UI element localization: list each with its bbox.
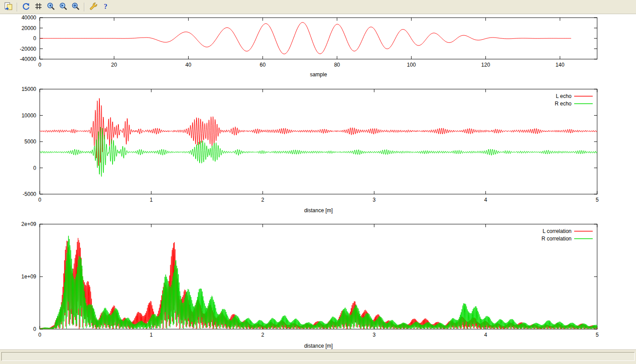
copy-to-clipboard-button[interactable]	[3, 1, 14, 13]
replot-icon	[22, 2, 30, 12]
statusbar-field	[1, 352, 635, 361]
x-tick-label: 140	[556, 62, 564, 68]
help-icon: ?	[101, 2, 110, 12]
legend-label: R correlation	[541, 236, 572, 242]
toolbar: ?	[0, 0, 636, 14]
toolbar-separator	[84, 3, 85, 11]
x-axis-label: sample	[310, 71, 327, 78]
plot-border	[40, 224, 597, 329]
gnuplot-window: ? 020406080100120140-40000-2000002000040…	[0, 0, 636, 364]
x-tick-label: 60	[260, 62, 266, 68]
legend-label: L correlation	[542, 228, 572, 234]
x-axis-label: distance [m]	[304, 343, 333, 349]
x-tick-label: 1	[150, 197, 153, 203]
y-tick-label: -20000	[20, 46, 37, 52]
x-axis-label: distance [m]	[304, 207, 333, 214]
x-tick-label: 0	[38, 332, 42, 338]
replot-button[interactable]	[20, 1, 32, 13]
svg-text:?: ?	[104, 3, 107, 10]
plot-canvas[interactable]: 020406080100120140-40000-200000200004000…	[0, 14, 636, 349]
y-tick-label: 15000	[22, 86, 37, 92]
statusbar	[0, 349, 636, 364]
charts[interactable]: 020406080100120140-40000-200000200004000…	[0, 14, 636, 349]
grid-toggle-button[interactable]	[33, 1, 44, 13]
help-button[interactable]: ?	[100, 1, 111, 13]
x-tick-label: 3	[373, 197, 376, 203]
autoscale-icon	[71, 2, 80, 12]
y-tick-label: 20000	[22, 25, 37, 31]
x-tick-label: 4	[484, 332, 487, 338]
x-tick-label: 40	[186, 62, 192, 68]
y-tick-label: 0	[33, 165, 36, 171]
y-tick-label: 0	[33, 326, 36, 332]
y-tick-label: -40000	[20, 56, 37, 62]
grid-icon	[34, 2, 43, 12]
zoom-previous-icon	[46, 2, 55, 12]
x-tick-label: 5	[596, 197, 599, 203]
y-tick-label: 1e+09	[21, 274, 36, 280]
y-tick-label: -5000	[23, 191, 36, 197]
y-tick-label: 10000	[22, 113, 37, 119]
series-l-correlation	[40, 238, 597, 330]
x-tick-label: 4	[484, 197, 487, 203]
y-tick-label: 5000	[24, 139, 36, 145]
x-tick-label: 0	[38, 62, 42, 68]
x-tick-label: 120	[481, 62, 490, 68]
series-r-correlation	[40, 236, 597, 330]
zoom-next-icon	[59, 2, 68, 12]
x-tick-label: 100	[407, 62, 416, 68]
y-tick-label: 0	[33, 35, 36, 41]
x-tick-label: 3	[373, 332, 376, 338]
plot-border	[40, 89, 597, 194]
y-tick-label: 2e+09	[21, 221, 36, 227]
x-tick-label: 1	[150, 332, 153, 338]
x-tick-label: 80	[334, 62, 340, 68]
y-tick-label: 40000	[22, 15, 37, 21]
legend-label: R echo	[555, 101, 572, 107]
x-tick-label: 5	[596, 332, 599, 338]
legend-label: L echo	[556, 93, 572, 99]
autoscale-button[interactable]	[70, 1, 81, 13]
series-r-echo	[40, 127, 597, 176]
x-tick-label: 2	[261, 332, 264, 338]
configure-button[interactable]	[87, 1, 99, 13]
x-tick-label: 0	[38, 197, 42, 203]
x-tick-label: 20	[111, 62, 117, 68]
zoom-next-button[interactable]	[57, 1, 69, 13]
clipboard-icon	[4, 2, 13, 12]
x-tick-label: 2	[261, 197, 264, 203]
wrench-icon	[89, 2, 98, 12]
zoom-previous-button[interactable]	[45, 1, 57, 13]
toolbar-separator	[17, 3, 18, 11]
series-signal	[40, 23, 571, 54]
